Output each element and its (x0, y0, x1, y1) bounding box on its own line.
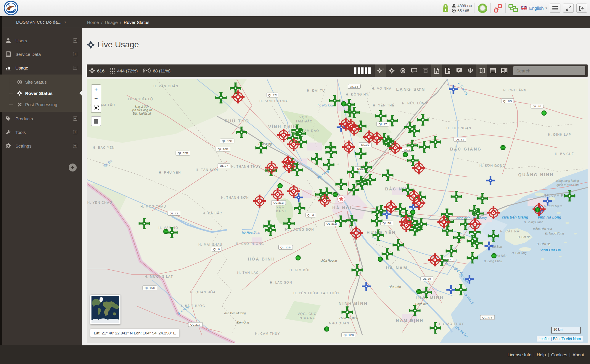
footer-link[interactable]: Help (537, 352, 546, 357)
map-label: H. ĐÀ BẮC (203, 211, 222, 215)
road-badge: QL.217 (188, 322, 202, 327)
sidebar-item-tools[interactable]: Tools + (0, 125, 82, 139)
map-label: NAM ĐỊNH (396, 318, 424, 323)
footer-separator: | (569, 352, 570, 357)
footer-link[interactable]: License Info (507, 352, 531, 357)
circle-station-marker[interactable] (535, 208, 540, 212)
toolbar-messages-button[interactable] (409, 64, 420, 77)
sidebar-item-rover-status[interactable]: Rover Status (0, 88, 82, 99)
star-station-marker[interactable] (337, 195, 345, 203)
map-label: TX. NGHĨA LỘ (128, 97, 153, 101)
map-label: H. VÕ NHAI (372, 87, 393, 90)
attribution-separator: | (551, 337, 552, 341)
toolbar-snowflake-button[interactable] (465, 64, 476, 77)
broken-link-icon[interactable] (493, 4, 503, 13)
circle-station-marker[interactable] (501, 145, 505, 150)
menu-button[interactable] (550, 4, 560, 13)
quota-stats: 4899 / ∞ 65 / 65 (452, 4, 472, 13)
toolbar-no-messages-button[interactable] (454, 64, 465, 77)
sidebar-item-products[interactable]: Products + (0, 112, 82, 125)
map-canvas[interactable]: PHÚ THỌVĨNH PHÚCHÀ NỘIHÒA BÌNHHƯNG YÊNBẮ… (87, 79, 588, 343)
map-label: H. SƠN ĐỘNG (480, 164, 506, 167)
circle-station-marker[interactable] (542, 111, 546, 115)
breadcrumb-item[interactable]: Home (87, 20, 99, 25)
zoom-out-button[interactable]: − (91, 94, 101, 103)
map-label: đèo Đèn Mương (224, 312, 246, 315)
circle-station-marker[interactable] (411, 210, 415, 214)
collapse-minus-icon[interactable]: − (73, 66, 77, 70)
map-label: H. BẮC YÊN (93, 146, 115, 149)
zoom-in-button[interactable]: + (91, 85, 101, 94)
breadcrumb-item[interactable]: Usage (105, 20, 118, 25)
map-label: H. THANH SƠN (221, 196, 249, 199)
toolbar-table-view-button[interactable] (487, 64, 499, 77)
map-label: BẮC GIANG (450, 146, 482, 151)
sidebar-item-site-status[interactable]: Site Status (0, 76, 82, 88)
toolbar-delete-button[interactable] (420, 64, 431, 77)
expand-plus-icon[interactable]: + (73, 38, 77, 43)
fullscreen-button[interactable] (563, 4, 574, 13)
sidebar-item-label: Rover Status (25, 91, 53, 96)
road-badge: QL.6 (306, 213, 316, 217)
circle-station-marker[interactable] (403, 153, 408, 157)
network-nodes-icon[interactable] (508, 4, 518, 13)
svg-text:QL.70B: QL.70B (218, 148, 228, 151)
language-selector[interactable]: English ▾ (521, 6, 547, 11)
square-icon (94, 119, 98, 124)
expand-plus-icon[interactable]: + (73, 52, 77, 56)
svg-text:QL.38: QL.38 (382, 221, 391, 225)
svg-text:QL.3B: QL.3B (503, 99, 512, 103)
leaflet-link[interactable]: Leaflet (538, 337, 550, 341)
fullscreen-map-button[interactable] (91, 103, 101, 112)
toolbar-sites-button[interactable] (397, 64, 409, 77)
circle-station-marker[interactable] (296, 255, 300, 260)
road-badge: QL.37 (218, 164, 230, 168)
uk-flag-icon (521, 6, 527, 10)
toolbar-rover-button[interactable] (386, 64, 397, 77)
sidebar-item-users[interactable]: Users + (0, 34, 82, 47)
toolbar-map-view-button[interactable] (476, 64, 487, 77)
circle-station-marker[interactable] (278, 184, 282, 188)
svg-text:QL.12B: QL.12B (280, 246, 291, 249)
overview-minimap[interactable] (90, 295, 120, 324)
circle-station-marker[interactable] (333, 192, 337, 197)
org-selector[interactable]: DOSMVN Cục Đo đạ... ▾ (0, 16, 82, 28)
search-input[interactable] (513, 66, 585, 75)
status-ring-icon[interactable] (478, 3, 488, 13)
map-label: H. MAI CHÂU (198, 243, 222, 246)
expand-plus-icon[interactable]: + (73, 144, 77, 148)
toolbar-log-history-button[interactable] (431, 64, 442, 77)
chevron-down-icon: ▾ (65, 20, 66, 24)
circle-station-marker[interactable] (417, 289, 421, 294)
expand-plus-icon[interactable]: + (73, 130, 77, 134)
circle-station-marker[interactable] (492, 253, 496, 258)
road-badge: QL.21B (271, 200, 286, 205)
basemap-link[interactable]: Bản đồ Việt Nam (553, 337, 581, 341)
sidebar-collapse-button[interactable] (69, 164, 77, 172)
map-label: H. KIM BÔI (290, 268, 310, 272)
map[interactable]: PHÚ THỌVĨNH PHÚCHÀ NỘIHÒA BÌNHHƯNG YÊNBẮ… (87, 79, 588, 343)
map-label: hồ Núi Cốc (318, 103, 334, 107)
sidebar-item-usage[interactable]: Usage − (0, 61, 82, 75)
footer-link[interactable]: Cookies (551, 352, 567, 357)
toolbar-log-protect-button[interactable] (442, 64, 454, 77)
toolbar-split-view-button[interactable] (499, 64, 510, 77)
sidebar-item-settings[interactable]: Settings + (0, 139, 82, 153)
circle-station-marker[interactable] (341, 101, 346, 106)
license-lock-icon (442, 4, 449, 13)
map-label: H. CAO PHONG (236, 242, 264, 245)
footer-link[interactable]: About (573, 352, 584, 357)
svg-text:QL.6: QL.6 (307, 213, 314, 217)
road-badge: QL.31 (454, 137, 466, 142)
circle-station-marker[interactable] (378, 257, 382, 261)
logout-button[interactable] (576, 4, 587, 13)
svg-text:QL.39: QL.39 (423, 277, 431, 280)
sidebar-item-service-data[interactable]: Service Data + (0, 47, 82, 61)
sidebar-item-post-processing[interactable]: Post Processing (0, 99, 82, 110)
toolbar-rover-hide-button[interactable] (375, 64, 386, 77)
draw-extent-button[interactable] (91, 116, 101, 126)
bars-legend-icon[interactable] (354, 67, 371, 74)
circle-station-marker[interactable] (324, 327, 329, 331)
expand-plus-icon[interactable]: + (73, 117, 77, 121)
circle-station-marker[interactable] (164, 229, 168, 234)
